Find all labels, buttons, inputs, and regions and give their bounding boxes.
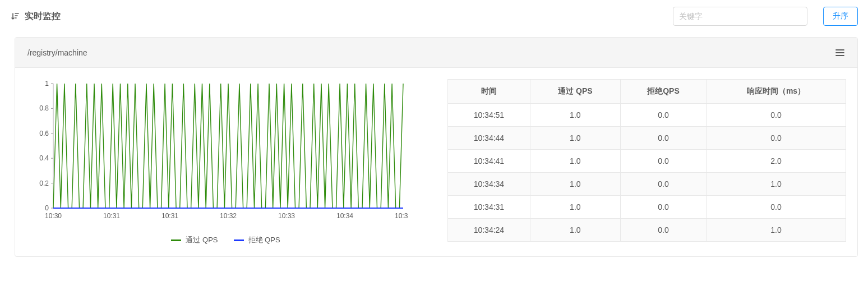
table-row: 10:34:511.00.00.0 [448,104,846,127]
cell-rt: 0.0 [707,104,846,127]
svg-text:0: 0 [45,204,49,212]
cell-rt: 0.0 [707,127,846,150]
col-rt-header: 响应时间（ms） [707,80,846,104]
monitor-panel: /registry/machine 00.20.40.60.8110:3010:… [15,37,858,257]
resource-path: /registry/machine [27,48,87,57]
page-title-text: 实时监控 [25,11,61,22]
table-row: 10:34:441.00.00.0 [448,127,846,150]
cell-time: 10:34:31 [448,196,530,219]
cell-pass: 1.0 [530,173,620,196]
top-actions: 升序 [673,7,858,26]
page-title: 实时监控 [10,11,61,22]
metrics-table: 时间 通过 QPS 拒绝QPS 响应时间（ms） 10:34:511.00.00… [447,79,846,242]
cell-time: 10:34:24 [448,219,530,242]
legend-pass-label: 通过 QPS [186,235,218,245]
sort-button[interactable]: 升序 [823,7,858,26]
svg-text:10:34: 10:34 [395,212,408,220]
sort-desc-icon [10,11,20,21]
table-row: 10:34:241.00.01.0 [448,219,846,242]
legend-swatch-reject [234,239,244,241]
cell-time: 10:34:41 [448,150,530,173]
cell-pass: 1.0 [530,219,620,242]
top-bar: 实时监控 升序 [0,0,868,31]
svg-text:0.4: 0.4 [39,154,49,162]
col-reject-header: 拒绝QPS [620,80,706,104]
svg-text:10:32: 10:32 [220,212,237,220]
chart-svg: 00.20.40.60.8110:3010:3110:3110:3210:331… [26,79,408,225]
qps-chart: 00.20.40.60.8110:3010:3110:3110:3210:331… [26,79,425,225]
cell-time: 10:34:44 [448,127,530,150]
cell-rt: 2.0 [707,150,846,173]
cell-reject: 0.0 [620,173,706,196]
cell-pass: 1.0 [530,150,620,173]
cell-pass: 1.0 [530,127,620,150]
legend-swatch-pass [171,239,181,241]
cell-reject: 0.0 [620,127,706,150]
svg-text:10:34: 10:34 [336,212,353,220]
svg-text:10:30: 10:30 [45,212,62,220]
cell-reject: 0.0 [620,104,706,127]
cell-rt: 1.0 [707,219,846,242]
chart-legend: 通过 QPS 拒绝 QPS [26,225,425,246]
table-row: 10:34:411.00.02.0 [448,150,846,173]
cell-rt: 1.0 [707,173,846,196]
chart-column: 00.20.40.60.8110:3010:3110:3110:3210:331… [26,79,425,246]
legend-reject-label: 拒绝 QPS [248,235,280,245]
table-row: 10:34:341.00.01.0 [448,173,846,196]
cell-reject: 0.0 [620,196,706,219]
panel-header: /registry/machine [15,38,857,68]
cell-rt: 0.0 [707,196,846,219]
col-pass-header: 通过 QPS [530,80,620,104]
cell-pass: 1.0 [530,196,620,219]
menu-icon[interactable] [835,48,845,58]
svg-text:10:31: 10:31 [161,212,178,220]
cell-time: 10:34:51 [448,104,530,127]
svg-text:0.8: 0.8 [39,104,49,112]
cell-time: 10:34:34 [448,173,530,196]
svg-text:0.6: 0.6 [39,130,49,137]
keyword-input[interactable] [673,7,807,26]
cell-pass: 1.0 [530,104,620,127]
cell-reject: 0.0 [620,150,706,173]
svg-text:10:33: 10:33 [278,212,295,220]
svg-text:10:31: 10:31 [103,212,120,220]
table-row: 10:34:311.00.00.0 [448,196,846,219]
cell-reject: 0.0 [620,219,706,242]
svg-text:1: 1 [45,80,49,87]
col-time-header: 时间 [448,80,530,104]
svg-text:0.2: 0.2 [39,179,49,187]
legend-pass-qps: 通过 QPS [171,235,218,245]
table-column: 时间 通过 QPS 拒绝QPS 响应时间（ms） 10:34:511.00.00… [447,79,846,246]
legend-reject-qps: 拒绝 QPS [234,235,280,245]
panel-body: 00.20.40.60.8110:3010:3110:3110:3210:331… [15,68,857,256]
